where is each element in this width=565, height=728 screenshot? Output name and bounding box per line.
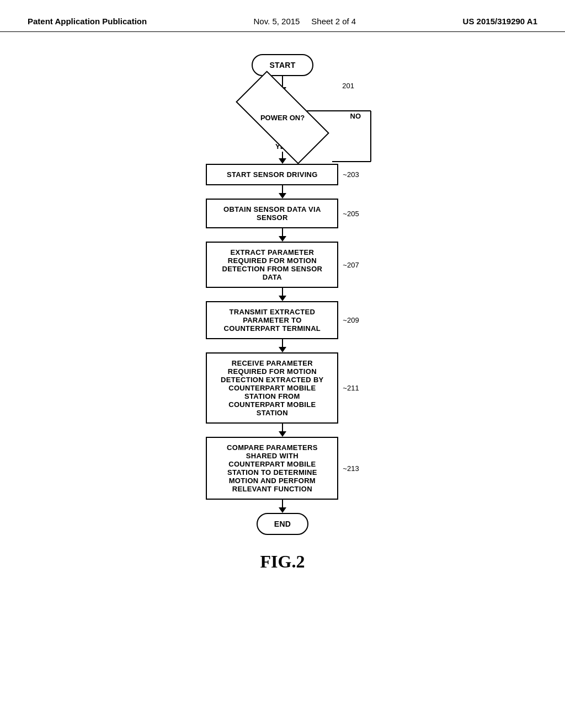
step-207-box: EXTRACT PARAMETER REQUIRED FOR MOTION DE… bbox=[206, 242, 338, 288]
flowchart-inner: START 201 POWER ON? NO YES bbox=[117, 54, 448, 535]
step-213-box: COMPARE PARAMETERS SHARED WITH COUNTERPA… bbox=[206, 437, 338, 500]
step-211-row: RECEIVE PARAMETER REQUIRED FOR MOTION DE… bbox=[206, 352, 359, 424]
step-203-label: ~203 bbox=[343, 170, 359, 179]
step-207-label: ~207 bbox=[343, 261, 359, 269]
figure-caption: FIG.2 bbox=[260, 552, 305, 572]
arrow-213-end bbox=[279, 500, 286, 513]
step-205-row: OBTAIN SENSOR DATA VIA SENSOR ~205 bbox=[206, 199, 359, 228]
arrow-207-209 bbox=[279, 288, 286, 301]
decision-label: POWER ON? bbox=[260, 114, 305, 122]
arrow-yes bbox=[279, 152, 286, 164]
step-203-row: START SENSOR DRIVING ~203 bbox=[206, 164, 359, 185]
no-label: NO bbox=[350, 112, 361, 120]
arrow-209-211 bbox=[279, 339, 286, 352]
date: Nov. 5, 2015 bbox=[254, 17, 300, 26]
start-node: START bbox=[252, 54, 313, 76]
arrow-203-204 bbox=[279, 185, 286, 199]
date-sheet: Nov. 5, 2015 Sheet 2 of 4 bbox=[254, 17, 356, 26]
step-213-text: COMPARE PARAMETERS SHARED WITH COUNTERPA… bbox=[227, 443, 318, 493]
step-203-box: START SENSOR DRIVING bbox=[206, 164, 338, 185]
patent-number: US 2015/319290 A1 bbox=[463, 17, 537, 26]
step-211-text: RECEIVE PARAMETER REQUIRED FOR MOTION DE… bbox=[221, 359, 323, 417]
main-content: START 201 POWER ON? NO YES bbox=[0, 32, 565, 588]
step-205-text: OBTAIN SENSOR DATA VIA SENSOR bbox=[223, 205, 321, 222]
step-209-label: ~209 bbox=[343, 316, 359, 324]
decision-diamond: POWER ON? bbox=[227, 93, 338, 142]
arrow-205-207 bbox=[279, 228, 286, 242]
step-213-row: COMPARE PARAMETERS SHARED WITH COUNTERPA… bbox=[206, 437, 359, 500]
step-209-box: TRANSMIT EXTRACTED PARAMETER TO COUNTERP… bbox=[206, 301, 338, 339]
sheet: Sheet 2 of 4 bbox=[311, 17, 356, 26]
start-shape: START bbox=[252, 54, 313, 76]
step-213-label: ~213 bbox=[343, 464, 359, 473]
flowchart: START 201 POWER ON? NO YES bbox=[117, 54, 448, 535]
page-header: Patent Application Publication Nov. 5, 2… bbox=[0, 0, 565, 32]
step-211-box: RECEIVE PARAMETER REQUIRED FOR MOTION DE… bbox=[206, 352, 338, 424]
step-205-label: ~205 bbox=[343, 210, 359, 218]
end-shape: END bbox=[257, 513, 308, 535]
step-203-text: START SENSOR DRIVING bbox=[227, 170, 318, 179]
arrow-211-213 bbox=[279, 424, 286, 437]
step-207-text: EXTRACT PARAMETER REQUIRED FOR MOTION DE… bbox=[222, 248, 322, 281]
step-211-label: ~211 bbox=[343, 384, 359, 392]
start-label: START bbox=[269, 61, 295, 69]
decision-row: 201 POWER ON? NO bbox=[194, 93, 371, 142]
end-node: END bbox=[257, 513, 308, 535]
publication-label: Patent Application Publication bbox=[28, 17, 147, 26]
step-207-row: EXTRACT PARAMETER REQUIRED FOR MOTION DE… bbox=[206, 242, 359, 288]
step-209-text: TRANSMIT EXTRACTED PARAMETER TO COUNTERP… bbox=[224, 308, 321, 333]
decision-number: 201 bbox=[342, 82, 354, 90]
step-209-row: TRANSMIT EXTRACTED PARAMETER TO COUNTERP… bbox=[206, 301, 359, 339]
step-205-box: OBTAIN SENSOR DATA VIA SENSOR bbox=[206, 199, 338, 228]
end-label: END bbox=[274, 520, 291, 528]
